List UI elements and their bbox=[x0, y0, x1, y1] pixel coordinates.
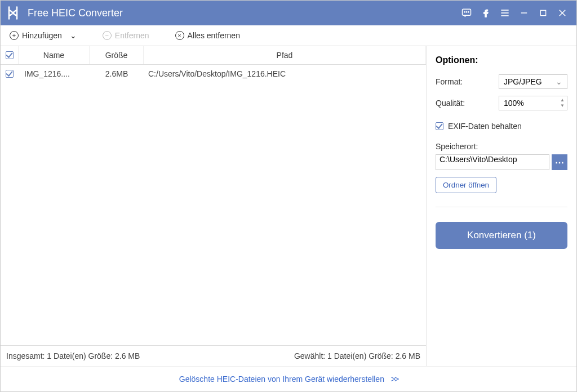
svg-point-1 bbox=[464, 12, 465, 12]
format-label: Format: bbox=[436, 77, 463, 86]
location-input[interactable]: C:\Users\Vito\Desktop bbox=[436, 154, 549, 170]
table-row[interactable]: IMG_1216.... 2.6MB C:/Users/Vito/Desktop… bbox=[1, 65, 426, 83]
exif-label: EXIF-Daten behalten bbox=[448, 122, 522, 131]
location-label: Speicherort: bbox=[436, 142, 567, 151]
toolbar: + Hinzufügen ⌄ − Entfernen × Alles entfe… bbox=[1, 25, 576, 46]
format-value: JPG/JPEG bbox=[504, 77, 542, 86]
x-icon: × bbox=[175, 31, 184, 40]
minus-icon: − bbox=[103, 31, 112, 40]
status-total: Insgesamt: 1 Datei(en) Größe: 2.6 MB bbox=[6, 351, 140, 360]
options-heading: Optionen: bbox=[436, 55, 567, 65]
close-icon[interactable] bbox=[553, 3, 572, 23]
table-header: Name Größe Pfad bbox=[1, 46, 426, 65]
status-selected: Gewählt: 1 Datei(en) Größe: 2.6 MB bbox=[294, 351, 420, 360]
convert-button[interactable]: Konvertieren (1) bbox=[436, 222, 567, 249]
col-name[interactable]: Name bbox=[19, 46, 90, 64]
cell-size: 2.6MB bbox=[90, 69, 144, 78]
options-panel: Optionen: Format: JPG/JPEG ⌄ Qualität: 1… bbox=[427, 46, 576, 366]
quality-value: 100% bbox=[504, 99, 524, 108]
footer-link[interactable]: Gelöschte HEIC-Dateien von Ihrem Gerät w… bbox=[1, 366, 576, 391]
row-checkbox[interactable] bbox=[1, 69, 19, 78]
app-window: Free HEIC Converter + Hinzufügen ⌄ − Ent… bbox=[0, 0, 577, 392]
divider bbox=[436, 207, 567, 207]
remove-button: − Entfernen bbox=[103, 31, 149, 40]
facebook-icon[interactable] bbox=[476, 3, 495, 23]
svg-rect-8 bbox=[540, 10, 545, 15]
quality-label: Qualität: bbox=[436, 99, 465, 108]
arrow-right-icon: >> bbox=[391, 375, 398, 384]
cell-name: IMG_1216.... bbox=[19, 69, 90, 78]
titlebar: Free HEIC Converter bbox=[1, 1, 576, 25]
menu-icon[interactable] bbox=[495, 3, 514, 23]
add-label: Hinzufügen bbox=[22, 31, 62, 40]
chevron-down-icon: ⌄ bbox=[556, 77, 562, 86]
app-title: Free HEIC Converter bbox=[28, 7, 123, 19]
select-all-checkbox[interactable] bbox=[1, 46, 19, 64]
cell-path: C:/Users/Vito/Desktop/IMG_1216.HEIC bbox=[144, 69, 426, 78]
format-select[interactable]: JPG/JPEG ⌄ bbox=[499, 74, 567, 89]
spinner-icon: ▲▼ bbox=[560, 98, 565, 108]
remove-label: Entfernen bbox=[115, 31, 149, 40]
file-list-panel: Name Größe Pfad IMG_1216.... 2.6MB C:/Us… bbox=[1, 46, 427, 366]
maximize-icon[interactable] bbox=[534, 3, 553, 23]
browse-button[interactable]: ⋯ bbox=[552, 154, 567, 170]
footer-text: Gelöschte HEIC-Dateien von Ihrem Gerät w… bbox=[179, 375, 384, 384]
chevron-down-icon: ⌄ bbox=[70, 31, 77, 40]
col-size[interactable]: Größe bbox=[90, 46, 144, 64]
svg-point-3 bbox=[468, 12, 469, 12]
col-path[interactable]: Pfad bbox=[144, 46, 426, 64]
exif-checkbox[interactable] bbox=[436, 122, 443, 130]
status-bar: Insgesamt: 1 Datei(en) Größe: 2.6 MB Gew… bbox=[1, 345, 426, 366]
app-logo-icon bbox=[5, 5, 21, 21]
open-folder-button[interactable]: Ordner öffnen bbox=[436, 177, 496, 193]
table-body: IMG_1216.... 2.6MB C:/Users/Vito/Desktop… bbox=[1, 65, 426, 345]
minimize-icon[interactable] bbox=[514, 3, 534, 23]
quality-stepper[interactable]: 100% ▲▼ bbox=[499, 96, 567, 110]
feedback-icon[interactable] bbox=[457, 3, 476, 23]
plus-icon: + bbox=[10, 31, 19, 40]
remove-all-label: Alles entfernen bbox=[188, 31, 240, 40]
add-button[interactable]: + Hinzufügen ⌄ bbox=[10, 31, 77, 40]
svg-point-2 bbox=[466, 12, 467, 12]
remove-all-button[interactable]: × Alles entfernen bbox=[175, 31, 240, 40]
